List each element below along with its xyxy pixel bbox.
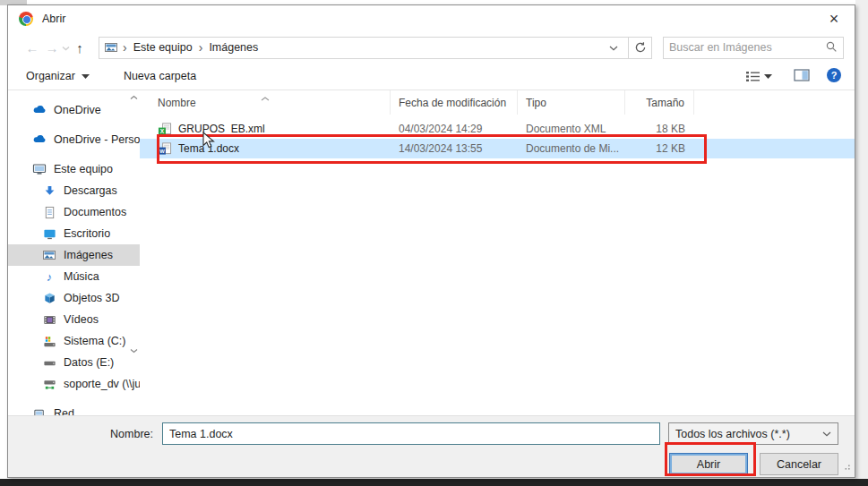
open-button[interactable]: Abrir <box>669 453 748 475</box>
chevron-down-icon <box>822 431 831 437</box>
column-header-tipo[interactable]: Tipo <box>518 90 625 115</box>
document-icon <box>42 205 56 219</box>
file-name: Tema 1.docx <box>178 142 239 155</box>
title-bar: Abrir × <box>8 5 855 32</box>
file-size: 12 KB <box>625 142 694 155</box>
chevron-down-icon <box>764 74 772 79</box>
filename-input[interactable] <box>162 422 660 445</box>
column-header-tamano[interactable]: Tamaño <box>625 90 694 115</box>
filetype-select[interactable]: Todos los archivos (*.*) <box>668 422 838 445</box>
svg-text:?: ? <box>831 70 838 81</box>
sidebar-item-sistema-c[interactable]: Sistema (C:) <box>8 330 140 352</box>
sidebar-item-datos-e[interactable]: Datos (E:) <box>8 352 140 373</box>
sidebar-item-label: Objetos 3D <box>64 292 120 304</box>
sidebar-item-label: soporte_dv (\\ju <box>64 378 140 390</box>
pictures-folder-icon <box>104 40 118 55</box>
sidebar-item-label: Este equipo <box>54 163 113 175</box>
organize-label: Organizar <box>26 70 75 82</box>
svg-text:X: X <box>160 128 165 134</box>
sidebar-item-label: OneDrive - Personal <box>54 133 140 146</box>
search-input[interactable] <box>669 41 825 54</box>
view-mode-button[interactable] <box>745 71 772 82</box>
column-headers: Nombre Fecha de modificación Tipo Tamaño <box>140 90 855 115</box>
filetype-value: Todos los archivos (*.*) <box>675 428 790 440</box>
system-drive-icon <box>42 334 56 348</box>
resize-grip[interactable] <box>842 461 851 473</box>
address-dropdown-icon[interactable] <box>604 41 623 54</box>
sidebar-scroll-down-icon[interactable] <box>128 345 139 356</box>
filename-label: Nombre: <box>8 428 162 440</box>
sidebar-item-label: Datos (E:) <box>64 356 114 369</box>
cube-3d-icon <box>42 291 56 305</box>
navigation-sidebar: OneDrive OneDrive - Personal Este equipo… <box>8 90 140 415</box>
file-size: 18 KB <box>625 123 694 135</box>
new-folder-button[interactable]: Nueva carpeta <box>124 70 196 82</box>
column-header-fecha[interactable]: Fecha de modificación <box>391 90 518 115</box>
sidebar-item-label: Red <box>54 407 74 415</box>
file-row-grupos-eb[interactable]: X GRUPOS_EB.xml 04/03/2024 14:29 Documen… <box>140 119 855 139</box>
sidebar-item-onedrive[interactable]: OneDrive <box>8 99 140 121</box>
breadcrumb-este-equipo[interactable]: Este equipo <box>132 41 194 54</box>
file-name: GRUPOS_EB.xml <box>178 123 265 135</box>
close-icon[interactable]: × <box>821 7 847 30</box>
new-folder-label: Nueva carpeta <box>124 70 196 82</box>
music-icon: ♪ <box>42 269 56 284</box>
file-type: Documento de Mi... <box>518 142 625 155</box>
column-header-nombre[interactable]: Nombre <box>140 90 391 115</box>
sidebar-item-musica[interactable]: ♪ Música <box>8 266 140 287</box>
svg-text:W: W <box>159 149 165 154</box>
file-date: 14/03/2024 13:55 <box>391 142 518 155</box>
sidebar-item-descargas[interactable]: Descargas <box>8 180 140 201</box>
search-icon[interactable] <box>825 40 838 55</box>
help-icon[interactable]: ? <box>826 67 842 86</box>
breadcrumb-imagenes[interactable]: Imágenes <box>207 41 260 54</box>
sort-ascending-icon <box>261 91 270 104</box>
sidebar-item-soporte-dv[interactable]: soporte_dv (\\ju <box>8 373 140 395</box>
dialog-main: OneDrive OneDrive - Personal Este equipo… <box>8 90 855 415</box>
sidebar-item-objetos-3d[interactable]: Objetos 3D <box>8 287 140 309</box>
sidebar-item-label: OneDrive <box>54 104 101 116</box>
search-box[interactable] <box>663 37 844 59</box>
sidebar-item-label: Documentos <box>64 206 126 218</box>
file-type: Documento XML <box>518 123 625 135</box>
sidebar-scroll-up-icon[interactable] <box>128 92 139 103</box>
preview-pane-icon[interactable] <box>794 69 810 84</box>
sidebar-item-documentos[interactable]: Documentos <box>8 201 140 223</box>
dialog-toolbar: Organizar Nueva carpeta ? <box>8 63 855 90</box>
sidebar-item-label: Sistema (C:) <box>64 335 125 347</box>
onedrive-cloud-icon <box>32 132 47 147</box>
videos-icon <box>42 312 56 327</box>
address-bar[interactable]: › Este equipo › Imágenes <box>99 37 629 59</box>
sidebar-item-imagenes[interactable]: Imágenes <box>8 244 140 266</box>
sidebar-item-videos[interactable]: Vídeos <box>8 309 140 330</box>
page-bottom-strip <box>0 479 868 486</box>
word-file-icon: W <box>158 141 172 156</box>
back-icon[interactable]: ← <box>22 41 42 55</box>
sidebar-item-label: Música <box>64 270 99 283</box>
recent-locations-icon[interactable] <box>62 41 70 54</box>
network-drive-icon <box>42 377 56 391</box>
sidebar-item-onedrive-personal[interactable]: OneDrive - Personal <box>8 129 140 150</box>
sidebar-item-red[interactable]: Red <box>8 403 140 415</box>
sidebar-item-este-equipo[interactable]: Este equipo <box>8 158 140 180</box>
up-icon[interactable]: ↑ <box>70 41 90 55</box>
sidebar-item-escritorio[interactable]: Escritorio <box>8 223 140 244</box>
pictures-icon <box>42 248 56 262</box>
breadcrumb-separator: › <box>199 41 203 54</box>
dialog-title: Abrir <box>42 13 65 25</box>
xml-file-icon: X <box>158 122 172 136</box>
sidebar-item-label: Descargas <box>64 184 117 197</box>
chevron-down-icon <box>82 74 90 79</box>
file-date: 04/03/2024 14:29 <box>391 123 518 135</box>
computer-icon <box>32 162 47 176</box>
file-row-tema1-selected[interactable]: W Tema 1.docx 14/03/2024 13:55 Documento… <box>140 139 855 158</box>
refresh-icon[interactable] <box>629 37 652 59</box>
sidebar-item-label: Vídeos <box>64 313 99 326</box>
forward-icon[interactable]: → <box>42 41 62 55</box>
navigation-bar: ← → ↑ › Este equipo › Imágenes <box>8 32 855 63</box>
file-list: Nombre Fecha de modificación Tipo Tamaño… <box>140 90 855 415</box>
network-icon <box>32 406 47 415</box>
organize-button[interactable]: Organizar <box>26 70 90 82</box>
cancel-button[interactable]: Cancelar <box>760 453 838 475</box>
list-view-icon <box>745 71 761 82</box>
